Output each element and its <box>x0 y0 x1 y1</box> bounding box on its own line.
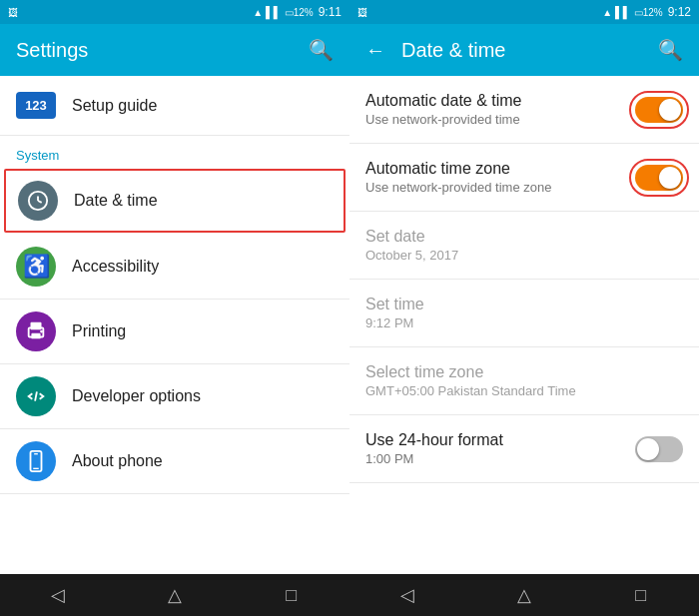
about-phone-icon <box>16 441 56 481</box>
right-back-button[interactable]: ← <box>365 39 385 62</box>
set-date-item: Set date October 5, 2017 <box>350 212 699 280</box>
24hour-subtitle: 1:00 PM <box>365 451 635 466</box>
about-phone-label: About phone <box>72 452 163 470</box>
set-date-value: October 5, 2017 <box>365 248 683 263</box>
left-nav-bar: ◁ △ □ <box>0 574 350 616</box>
left-status-image-icon: 🖼 <box>8 7 18 18</box>
set-time-item: Set time 9:12 PM <box>350 280 699 347</box>
left-toolbar-title: Settings <box>16 39 309 62</box>
auto-timezone-toggle-wrapper <box>635 165 683 191</box>
auto-timezone-item[interactable]: Automatic time zone Use network-provided… <box>350 144 699 212</box>
setup-guide-item[interactable]: 123 Setup guide <box>0 76 350 136</box>
date-time-item[interactable]: Date & time <box>4 169 346 233</box>
set-date-title: Set date <box>365 228 683 246</box>
right-toolbar-title: Date & time <box>401 39 658 62</box>
right-back-nav-button[interactable]: ◁ <box>387 575 427 615</box>
24hour-title: Use 24-hour format <box>365 431 635 449</box>
date-time-label: Date & time <box>74 192 158 210</box>
accessibility-icon: ♿ <box>16 247 56 287</box>
set-time-title: Set time <box>365 296 683 313</box>
setup-guide-label: Setup guide <box>72 97 157 115</box>
right-signal-icon: ▌▌ <box>615 6 631 18</box>
right-panel: 🖼 ▲ ▌▌ ▭12% 9:12 ← Date & time 🔍 Automat… <box>350 0 699 616</box>
auto-timezone-toggle[interactable] <box>635 165 683 191</box>
left-signal-icon: ▌▌ <box>266 6 282 18</box>
left-back-button[interactable]: ◁ <box>38 575 78 615</box>
select-timezone-title: Select time zone <box>365 363 683 381</box>
auto-date-time-title: Automatic date & time <box>365 92 635 110</box>
svg-line-2 <box>38 201 42 203</box>
system-section-header: System <box>0 136 350 167</box>
developer-options-label: Developer options <box>72 387 201 405</box>
left-status-bar: 🖼 ▲ ▌▌ ▭12% 9:11 <box>0 0 350 24</box>
right-time: 9:12 <box>668 5 691 19</box>
select-timezone-item: Select time zone GMT+05:00 Pakistan Stan… <box>350 347 699 415</box>
select-timezone-value: GMT+05:00 Pakistan Standard Time <box>365 383 683 398</box>
right-content: Automatic date & time Use network-provid… <box>350 76 699 574</box>
auto-timezone-subtitle: Use network-provided time zone <box>365 180 635 195</box>
left-content: 123 Setup guide System Date & time ♿ Acc… <box>0 76 350 574</box>
svg-rect-5 <box>31 333 40 339</box>
right-nav-bar: ◁ △ □ <box>350 574 699 616</box>
left-recent-button[interactable]: □ <box>272 575 312 615</box>
auto-date-time-toggle[interactable] <box>635 97 683 123</box>
left-battery-icon: ▭12% <box>285 7 314 18</box>
right-home-nav-button[interactable]: △ <box>504 575 544 615</box>
left-search-icon[interactable]: 🔍 <box>309 38 334 62</box>
left-home-button[interactable]: △ <box>155 575 195 615</box>
printing-item[interactable]: Printing <box>0 300 350 364</box>
24hour-toggle[interactable] <box>635 436 683 462</box>
printing-icon <box>16 311 56 351</box>
left-toolbar: Settings 🔍 <box>0 24 350 76</box>
printing-label: Printing <box>72 322 126 340</box>
developer-options-item[interactable]: Developer options <box>0 364 350 429</box>
left-time: 9:11 <box>319 5 342 19</box>
left-panel: 🖼 ▲ ▌▌ ▭12% 9:11 Settings 🔍 123 Setup gu… <box>0 0 350 616</box>
auto-timezone-text: Automatic time zone Use network-provided… <box>365 160 635 195</box>
right-toolbar: ← Date & time 🔍 <box>350 24 699 76</box>
left-status-icons: ▲ ▌▌ ▭12% 9:11 <box>253 5 342 19</box>
accessibility-label: Accessibility <box>72 258 159 276</box>
right-status-image-icon: 🖼 <box>357 7 367 18</box>
auto-date-time-item[interactable]: Automatic date & time Use network-provid… <box>350 76 699 144</box>
accessibility-item[interactable]: ♿ Accessibility <box>0 235 350 300</box>
date-time-icon <box>18 181 58 221</box>
right-status-bar: 🖼 ▲ ▌▌ ▭12% 9:12 <box>350 0 699 24</box>
svg-line-7 <box>35 391 37 400</box>
right-search-icon[interactable]: 🔍 <box>658 38 683 62</box>
about-phone-item[interactable]: About phone <box>0 429 350 494</box>
right-recent-nav-button[interactable]: □ <box>621 575 661 615</box>
set-time-value: 9:12 PM <box>365 315 683 330</box>
24hour-item[interactable]: Use 24-hour format 1:00 PM <box>350 415 699 483</box>
auto-date-time-text: Automatic date & time Use network-provid… <box>365 92 635 127</box>
right-battery-icon: ▭12% <box>634 7 663 18</box>
right-status-icons: ▲ ▌▌ ▭12% 9:12 <box>602 5 691 19</box>
setup-badge: 123 <box>16 92 56 119</box>
auto-date-time-toggle-wrapper <box>635 97 683 123</box>
right-wifi-icon: ▲ <box>602 7 612 18</box>
svg-point-6 <box>40 330 43 333</box>
developer-icon <box>16 376 56 416</box>
left-wifi-icon: ▲ <box>253 7 263 18</box>
auto-timezone-title: Automatic time zone <box>365 160 635 178</box>
24hour-text: Use 24-hour format 1:00 PM <box>365 431 635 466</box>
auto-date-time-subtitle: Use network-provided time <box>365 112 635 127</box>
